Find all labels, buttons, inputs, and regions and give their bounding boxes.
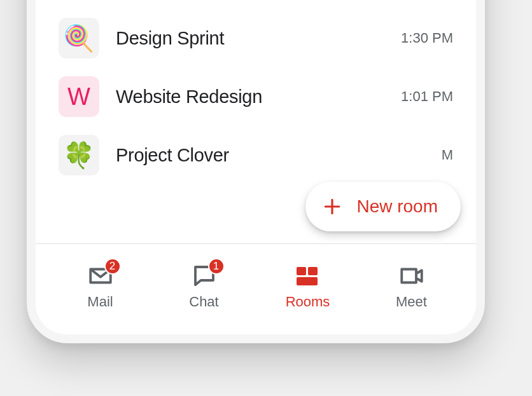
- nav-meet[interactable]: Meet: [370, 263, 453, 310]
- room-item-design-sprint[interactable]: 🍭 Design Sprint 1:30 PM: [36, 9, 476, 67]
- screen: 🍭 Design Sprint 1:30 PM W Website Redesi…: [36, 0, 476, 334]
- mail-badge: 2: [104, 258, 121, 275]
- fab-label: New room: [356, 196, 438, 217]
- lollipop-icon: 🍭: [59, 18, 99, 58]
- room-item-website-redesign[interactable]: W Website Redesign 1:01 PM: [36, 67, 476, 126]
- rooms-icon: [294, 263, 322, 289]
- room-name: Design Sprint: [116, 28, 384, 49]
- chat-badge: 1: [208, 258, 225, 275]
- bottom-nav: 2 Mail 1 Chat Rooms: [36, 244, 476, 334]
- room-time: M: [442, 147, 453, 163]
- rooms-list: 🍭 Design Sprint 1:30 PM W Website Redesi…: [36, 0, 476, 184]
- chat-icon: 1: [190, 263, 218, 289]
- nav-mail[interactable]: 2 Mail: [59, 263, 142, 310]
- new-room-button[interactable]: New room: [305, 182, 461, 231]
- nav-label: Mail: [87, 294, 113, 310]
- clover-icon: 🍀: [59, 135, 99, 175]
- room-name: Website Redesign: [116, 86, 384, 107]
- phone-frame: 🍭 Design Sprint 1:30 PM W Website Redesi…: [27, 0, 485, 343]
- room-name: Project Clover: [116, 145, 425, 166]
- meet-icon: [398, 263, 426, 289]
- nav-label: Rooms: [286, 294, 330, 310]
- letter-avatar: W: [59, 76, 99, 117]
- room-time: 1:01 PM: [401, 88, 453, 105]
- nav-label: Meet: [396, 294, 427, 310]
- nav-chat[interactable]: 1 Chat: [163, 263, 246, 310]
- nav-rooms[interactable]: Rooms: [267, 263, 349, 310]
- mail-icon: 2: [87, 263, 115, 289]
- plus-icon: [322, 196, 342, 217]
- room-time: 1:30 PM: [401, 30, 453, 46]
- nav-label: Chat: [189, 294, 218, 310]
- room-item-project-clover[interactable]: 🍀 Project Clover M: [36, 126, 476, 184]
